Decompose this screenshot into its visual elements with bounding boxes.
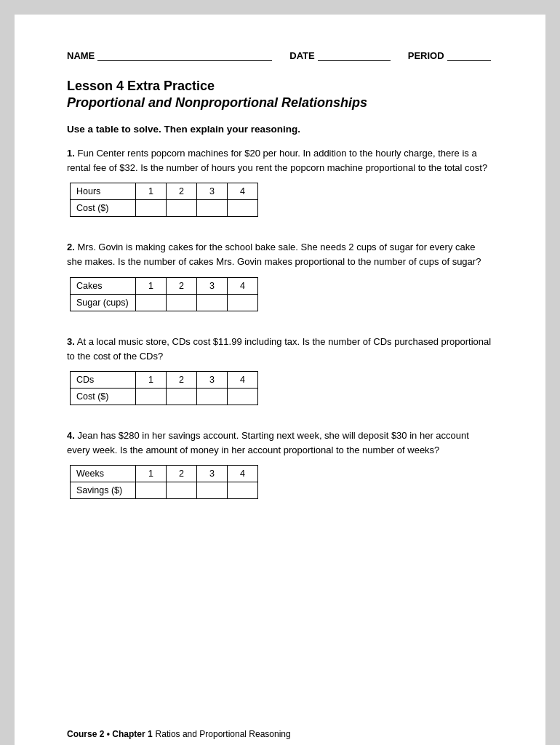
table-col-3: 3 [197, 277, 228, 294]
table-cell [167, 294, 197, 311]
table-cell [136, 200, 167, 217]
lesson-subtitle: Proportional and Nonproportional Relatio… [67, 95, 493, 111]
table-row: Cost ($) [71, 200, 258, 217]
page-footer: Course 2 • Chapter 1 Ratios and Proporti… [67, 729, 493, 739]
question-3-text: 3. At a local music store, CDs cost $11.… [67, 335, 493, 364]
table-cell [228, 482, 258, 499]
question-3-number: 3. [67, 336, 75, 347]
question-2-number: 2. [67, 242, 75, 252]
table-col-4: 4 [228, 466, 258, 482]
table-row-label: Savings ($) [71, 482, 136, 499]
table-col-2: 2 [167, 277, 197, 294]
table-col-3: 3 [197, 466, 228, 482]
period-label: PERIOD [408, 50, 444, 61]
footer-regular: Ratios and Proportional Reasoning [156, 729, 291, 739]
table-col-1: 1 [136, 183, 167, 200]
question-3: 3. At a local music store, CDs cost $11.… [67, 335, 493, 405]
table-cell [228, 200, 258, 217]
worksheet-page: NAME DATE PERIOD Lesson 4 Extra Practice… [15, 15, 545, 745]
table-header-label: Weeks [71, 466, 136, 482]
date-field [318, 49, 391, 61]
table-row-label: Sugar (cups) [71, 294, 136, 311]
table-row: CDs 1 2 3 4 [71, 371, 258, 388]
table-col-2: 2 [167, 466, 197, 482]
table-cell [197, 482, 228, 499]
table-cell [136, 294, 167, 311]
question-4-table: Weeks 1 2 3 4 Savings ($) [70, 465, 258, 499]
question-1: 1. Fun Center rents popcorn machines for… [67, 146, 493, 217]
table-col-1: 1 [136, 371, 167, 388]
question-3-table: CDs 1 2 3 4 Cost ($) [70, 371, 258, 405]
question-3-body: At a local music store, CDs cost $11.99 … [67, 336, 491, 362]
table-row-label: Cost ($) [71, 388, 136, 405]
table-header-label: CDs [71, 371, 136, 388]
table-cell [136, 482, 167, 499]
question-1-text: 1. Fun Center rents popcorn machines for… [67, 146, 493, 175]
table-col-2: 2 [167, 371, 197, 388]
date-label: DATE [289, 50, 314, 61]
question-4-text: 4. Jean has $280 in her savings account.… [67, 429, 493, 458]
question-1-number: 1. [67, 148, 75, 159]
question-1-table: Hours 1 2 3 4 Cost ($) [70, 183, 258, 217]
table-col-4: 4 [228, 277, 258, 294]
table-cell [167, 482, 197, 499]
question-2-table: Cakes 1 2 3 4 Sugar (cups) [70, 277, 258, 311]
table-col-2: 2 [167, 183, 197, 200]
table-cell [228, 294, 258, 311]
question-4-number: 4. [67, 430, 75, 441]
table-col-4: 4 [228, 371, 258, 388]
lesson-title: Lesson 4 Extra Practice [67, 79, 493, 94]
table-row: Weeks 1 2 3 4 [71, 466, 258, 482]
question-4-body: Jean has $280 in her savings account. St… [67, 430, 469, 455]
table-cell [136, 388, 167, 405]
table-col-4: 4 [228, 183, 258, 200]
table-cell [228, 388, 258, 405]
table-col-3: 3 [197, 183, 228, 200]
table-cell [197, 200, 228, 217]
table-col-1: 1 [136, 466, 167, 482]
question-2: 2. Mrs. Govin is making cakes for the sc… [67, 240, 493, 311]
table-row: Savings ($) [71, 482, 258, 499]
table-row: Hours 1 2 3 4 [71, 183, 258, 200]
question-1-body: Fun Center rents popcorn machines for $2… [67, 148, 487, 173]
table-row-label: Cost ($) [71, 200, 136, 217]
table-row: Cakes 1 2 3 4 [71, 277, 258, 294]
question-4: 4. Jean has $280 in her savings account.… [67, 429, 493, 499]
table-header-label: Hours [71, 183, 136, 200]
footer-bold: Course 2 • Chapter 1 [67, 729, 153, 739]
name-label: NAME [67, 50, 95, 61]
table-row: Cost ($) [71, 388, 258, 405]
table-cell [197, 388, 228, 405]
table-cell [167, 200, 197, 217]
table-header-label: Cakes [71, 277, 136, 294]
question-2-text: 2. Mrs. Govin is making cakes for the sc… [67, 240, 493, 269]
table-col-1: 1 [136, 277, 167, 294]
period-field [447, 49, 491, 61]
name-field [97, 49, 272, 61]
header-line: NAME DATE PERIOD [67, 49, 493, 61]
table-col-3: 3 [197, 371, 228, 388]
table-cell [167, 388, 197, 405]
table-cell [197, 294, 228, 311]
table-row: Sugar (cups) [71, 294, 258, 311]
instruction-text: Use a table to solve. Then explain your … [67, 124, 493, 135]
question-2-body: Mrs. Govin is making cakes for the schoo… [67, 242, 481, 267]
